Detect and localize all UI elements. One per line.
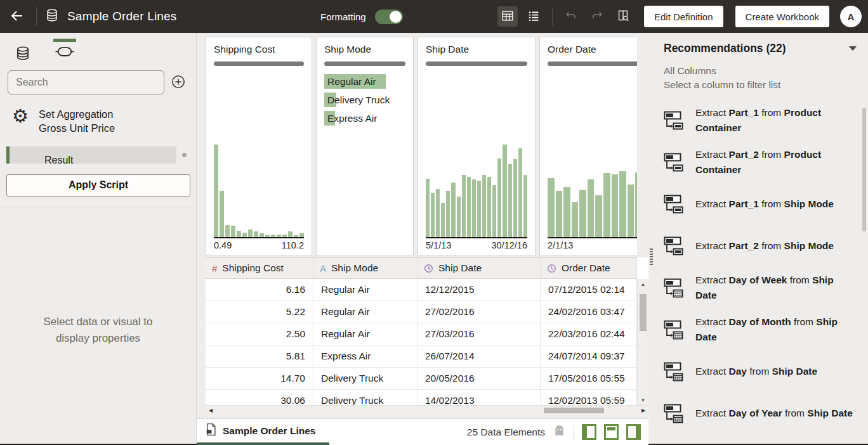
quality-bar[interactable] [426, 61, 527, 66]
histogram-bar[interactable] [603, 173, 610, 237]
table-cell[interactable]: 24/02/2016 03:47 [541, 301, 637, 323]
undo-button[interactable] [561, 6, 581, 27]
quality-bar[interactable] [324, 61, 405, 66]
histogram-bar[interactable] [477, 181, 481, 237]
table-cell[interactable]: 26/07/2014 [418, 345, 541, 367]
step-result-item[interactable]: Result [6, 146, 176, 164]
recommendation-item[interactable]: Extract Day of Year from Ship Date [664, 398, 857, 429]
histogram-bar[interactable] [548, 178, 555, 237]
formatting-toggle[interactable] [375, 10, 403, 24]
table-cell[interactable]: Regular Air [313, 323, 418, 345]
histogram-bar[interactable] [556, 191, 563, 237]
vertical-scroll-thumb[interactable] [640, 294, 647, 331]
recommendation-item[interactable]: Extract Part_1 from Ship Mode [664, 189, 857, 219]
table-cell[interactable]: 5.22 [206, 301, 313, 323]
histogram-bar[interactable] [482, 175, 486, 237]
top-value-row-delivery-truck[interactable]: Delivery Truck [324, 91, 405, 109]
table-cell[interactable]: 17/05/2016 05:55 [541, 368, 637, 389]
search-input[interactable] [8, 70, 164, 94]
histogram-bar[interactable] [294, 235, 298, 237]
scroll-left-arrow[interactable]: ◀ [206, 406, 216, 415]
histogram-bar[interactable] [271, 235, 275, 237]
recommendation-item[interactable]: Extract Part_2 from Product Container [664, 147, 857, 177]
histogram-bar[interactable] [523, 175, 527, 237]
back-button[interactable] [6, 6, 28, 27]
top-value-row-express-air[interactable]: Express Air [324, 109, 405, 127]
histogram-bar[interactable] [457, 197, 461, 237]
histogram-bar[interactable] [299, 233, 304, 237]
profile-card-shipping-cost[interactable]: Shipping Cost0.49110.2 [206, 37, 312, 256]
scroll-right-arrow[interactable]: ▶ [638, 406, 648, 415]
recommendations-scroll-thumb[interactable] [862, 108, 866, 231]
apply-script-button[interactable]: Apply Script [6, 174, 190, 197]
histogram-bar[interactable] [635, 172, 637, 237]
horizontal-scroll-thumb[interactable] [544, 408, 604, 413]
layout-top-panel-button[interactable] [604, 424, 619, 440]
histogram-bar[interactable] [231, 226, 235, 237]
histogram-bar[interactable] [225, 225, 230, 237]
table-cell[interactable]: Express Air [313, 345, 418, 367]
histogram-bar[interactable] [595, 195, 602, 237]
table-cell[interactable]: 27/03/2016 [418, 323, 541, 345]
add-step-button[interactable] [168, 72, 188, 93]
table-row[interactable]: 14.70Delivery Truck20/05/201617/05/2016 … [206, 368, 637, 390]
profile-card-ship-mode[interactable]: Ship ModeRegular AirDelivery TruckExpres… [316, 37, 414, 256]
layout-right-panel-button[interactable] [626, 424, 641, 440]
histogram-bar[interactable] [426, 179, 430, 237]
table-cell[interactable]: 6.16 [206, 279, 313, 300]
table-cell[interactable]: 14/02/2013 [418, 390, 541, 405]
table-cell[interactable]: 12/02/2013 05:59 [541, 390, 637, 405]
recommendation-item[interactable]: Extract Part_1 from Product Container [664, 105, 857, 136]
sidebar-tab-preparation[interactable] [53, 39, 76, 63]
histogram-bar[interactable] [462, 175, 466, 237]
recommendation-item[interactable]: Extract Part_2 from Ship Mode [664, 231, 857, 261]
table-cell[interactable]: 07/12/2015 02:14 [541, 279, 637, 300]
grid-view-button[interactable] [497, 6, 518, 27]
dataset-tab[interactable]: Sample Order Lines [197, 419, 329, 445]
table-cell[interactable]: 5.81 [206, 345, 313, 367]
histogram-bar[interactable] [497, 158, 501, 237]
histogram-bar[interactable] [436, 189, 440, 237]
histogram-bar[interactable] [563, 187, 570, 237]
histogram-bar[interactable] [248, 229, 253, 237]
scroll-up-arrow[interactable]: ▲ [638, 279, 648, 289]
redo-button[interactable] [587, 6, 607, 27]
vertical-scroll-track[interactable] [638, 289, 648, 395]
table-cell[interactable]: 27/02/2016 [418, 301, 541, 323]
quality-bar[interactable] [214, 61, 304, 66]
table-cell[interactable]: 12/12/2015 [418, 279, 541, 300]
edit-definition-button[interactable]: Edit Definition [644, 6, 723, 27]
recommendation-item[interactable]: Extract Day from Ship Date [664, 356, 857, 387]
layout-left-panel-button[interactable] [582, 424, 596, 440]
histogram-bar[interactable] [579, 190, 586, 237]
profile-card-ship-date[interactable]: Ship Date5/1/1330/12/16 [418, 37, 536, 256]
table-row[interactable]: 30.06Delivery Truck14/02/201312/02/2013 … [206, 390, 637, 405]
table-cell[interactable]: Delivery Truck [313, 368, 418, 389]
table-cell[interactable]: Delivery Truck [313, 390, 418, 405]
table-row[interactable]: 5.81Express Air26/07/201424/07/2014 09:3… [206, 345, 637, 368]
histogram-bar[interactable] [237, 231, 241, 237]
histogram-bar[interactable] [612, 174, 619, 237]
histogram-bar[interactable] [628, 184, 635, 237]
panel-resize-gripper[interactable] [650, 248, 653, 265]
sidebar-tab-data[interactable] [11, 39, 34, 63]
column-header-order-date[interactable]: Order Date [541, 258, 637, 278]
table-cell[interactable]: Regular Air [313, 279, 418, 300]
quality-bar[interactable] [548, 61, 637, 66]
table-cell[interactable]: 24/07/2014 09:37 [541, 345, 637, 367]
profile-card-order-date[interactable]: Order Date2/1/13 [539, 37, 637, 256]
chevron-down-icon[interactable] [849, 46, 857, 51]
column-header-shipping-cost[interactable]: #Shipping Cost [206, 258, 313, 278]
histogram-bar[interactable] [214, 145, 218, 237]
table-cell[interactable]: 2.50 [206, 323, 313, 345]
step-set-aggregation[interactable]: ⚙ Set Aggregation Gross Unit Price [10, 106, 187, 136]
recommendation-item[interactable]: Extract Day of Month from Ship Date [664, 314, 857, 345]
table-cell[interactable]: 14.70 [206, 368, 313, 389]
histogram-bar[interactable] [431, 193, 435, 237]
horizontal-scrollbar[interactable]: ◀ ▶ [206, 405, 648, 415]
histogram-bar[interactable] [467, 177, 471, 237]
recommendation-item[interactable]: Extract Day of Week from Ship Date [664, 273, 857, 303]
table-row[interactable]: 5.22Regular Air27/02/201624/02/2016 03:4… [206, 301, 637, 323]
histogram-bar[interactable] [513, 159, 517, 237]
histogram-bar[interactable] [254, 231, 258, 237]
